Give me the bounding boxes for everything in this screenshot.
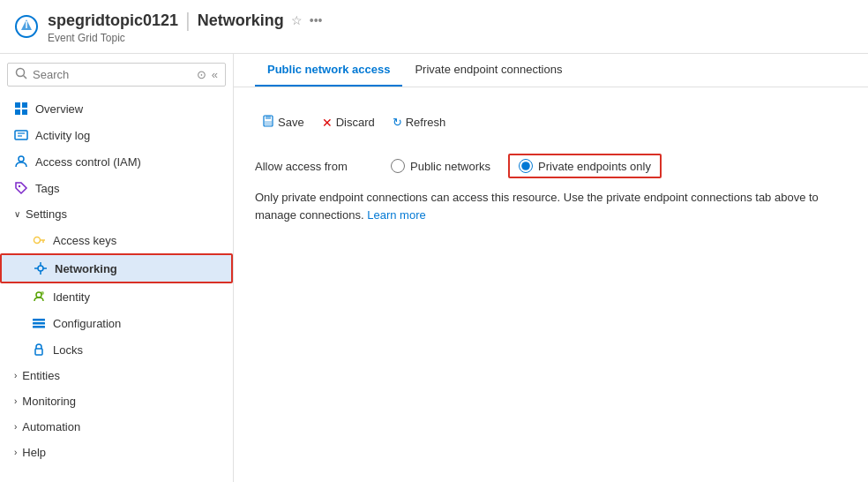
tab-public-network-access[interactable]: Public network access — [255, 54, 402, 87]
svg-point-23 — [41, 291, 44, 295]
entities-chevron-icon: › — [14, 371, 17, 380]
monitoring-chevron-icon: › — [14, 396, 17, 406]
favorite-icon[interactable]: ☆ — [291, 13, 303, 27]
sidebar-item-tags[interactable]: Tags — [0, 175, 233, 201]
sidebar-group-automation-label: Automation — [22, 420, 80, 433]
sidebar-item-activity-log[interactable]: Activity log — [0, 122, 233, 148]
sidebar-item-access-control[interactable]: Access control (IAM) — [0, 148, 233, 175]
access-control-icon — [14, 154, 28, 169]
allow-access-label: Allow access from — [255, 160, 370, 173]
content-inner: Save ✕ Discard ↻ Refresh Allow access fr… — [234, 87, 868, 237]
refresh-button[interactable]: ↻ Refresh — [385, 111, 453, 133]
networking-icon — [34, 261, 48, 275]
svg-point-14 — [34, 237, 41, 244]
access-keys-icon — [32, 233, 46, 247]
more-icon[interactable]: ••• — [310, 13, 323, 27]
radio-public-networks[interactable]: Public networks — [391, 159, 490, 173]
settings-section-label: Settings — [26, 207, 67, 221]
allow-access-row: Allow access from Public networks Privat… — [255, 154, 847, 178]
sidebar-item-activity-log-label: Activity log — [35, 129, 90, 142]
search-input[interactable] — [33, 68, 191, 81]
sidebar-item-networking[interactable]: Networking — [0, 253, 233, 283]
page-title: Networking — [198, 11, 284, 30]
discard-button[interactable]: ✕ Discard — [315, 111, 382, 134]
svg-rect-6 — [22, 102, 27, 108]
sidebar-item-access-keys[interactable]: Access keys — [0, 227, 233, 253]
sidebar-group-monitoring[interactable]: › Monitoring — [0, 388, 233, 414]
radio-private-endpoints-only-label: Private endpoints only — [538, 160, 651, 173]
search-collapse-icon[interactable]: « — [212, 68, 218, 81]
automation-chevron-icon: › — [14, 422, 17, 432]
sidebar-item-access-keys-label: Access keys — [53, 234, 116, 247]
top-header: spegridtopic0121 | Networking ☆ ••• Even… — [0, 0, 868, 54]
sidebar-item-access-control-label: Access control (IAM) — [35, 155, 141, 169]
sidebar-item-overview-label: Overview — [35, 102, 83, 116]
svg-rect-5 — [15, 102, 20, 108]
svg-rect-8 — [22, 109, 27, 115]
svg-line-4 — [24, 76, 27, 79]
locks-icon — [32, 343, 46, 357]
configuration-icon — [32, 316, 46, 330]
radio-private-endpoints-only[interactable]: Private endpoints only — [519, 159, 651, 173]
sidebar-group-help[interactable]: › Help — [0, 440, 233, 465]
sidebar-item-networking-label: Networking — [55, 262, 117, 275]
tab-private-endpoint-connections[interactable]: Private endpoint connections — [402, 54, 574, 87]
info-text: Only private endpoint connections can ac… — [255, 189, 847, 223]
radio-private-endpoints-only-input[interactable] — [519, 159, 533, 173]
resource-subtitle: Event Grid Topic — [48, 32, 323, 44]
learn-more-link[interactable]: Learn more — [367, 208, 425, 222]
tabs-bar: Public network access Private endpoint c… — [234, 54, 868, 87]
svg-rect-26 — [33, 326, 45, 328]
search-box: ⊙ « — [7, 63, 226, 87]
toolbar: Save ✕ Discard ↻ Refresh — [255, 102, 847, 143]
svg-rect-24 — [33, 319, 45, 321]
sidebar-group-automation[interactable]: › Automation — [0, 414, 233, 440]
radio-public-networks-input[interactable] — [391, 159, 405, 173]
settings-chevron-icon: ∨ — [14, 209, 20, 219]
svg-rect-30 — [265, 121, 272, 125]
svg-rect-27 — [35, 349, 42, 355]
svg-point-13 — [19, 185, 20, 187]
search-icon — [15, 67, 27, 82]
svg-point-3 — [17, 69, 25, 77]
main-layout: ⊙ « Overview Activity log Access control… — [0, 54, 868, 482]
sidebar-item-configuration[interactable]: Configuration — [0, 310, 233, 336]
svg-rect-9 — [15, 131, 27, 139]
sidebar-item-locks[interactable]: Locks — [0, 336, 233, 363]
svg-rect-25 — [33, 322, 45, 325]
search-filter-icon[interactable]: ⊙ — [197, 68, 206, 81]
sidebar-item-identity-label: Identity — [53, 290, 90, 304]
sidebar-item-tags-label: Tags — [35, 182, 59, 195]
sidebar-item-locks-label: Locks — [53, 343, 83, 357]
content-area: Public network access Private endpoint c… — [234, 54, 868, 482]
radio-public-networks-label: Public networks — [410, 160, 490, 173]
sidebar-group-entities-label: Entities — [22, 369, 60, 382]
sidebar-group-help-label: Help — [22, 446, 46, 459]
radio-private-endpoints-container: Private endpoints only — [508, 154, 662, 178]
sidebar-item-identity[interactable]: Identity — [0, 283, 233, 310]
radio-group: Public networks Private endpoints only — [391, 154, 662, 178]
overview-icon — [14, 102, 28, 116]
sidebar-group-entities[interactable]: › Entities — [0, 363, 233, 388]
sidebar-item-overview[interactable]: Overview — [0, 95, 233, 122]
help-chevron-icon: › — [14, 448, 17, 457]
discard-icon: ✕ — [322, 116, 333, 130]
title-group: spegridtopic0121 | Networking ☆ ••• Even… — [48, 9, 323, 44]
save-icon — [262, 115, 274, 130]
sidebar-group-monitoring-label: Monitoring — [22, 395, 76, 408]
sidebar-item-configuration-label: Configuration — [53, 317, 121, 330]
svg-rect-29 — [266, 116, 271, 119]
settings-section-header[interactable]: ∨ Settings — [0, 201, 233, 227]
svg-rect-7 — [15, 109, 20, 115]
activity-log-icon — [14, 128, 28, 142]
refresh-icon: ↻ — [393, 116, 402, 129]
sidebar: ⊙ « Overview Activity log Access control… — [0, 54, 234, 482]
svg-point-12 — [19, 156, 24, 162]
identity-icon — [32, 290, 46, 304]
tags-icon — [14, 181, 28, 195]
resource-name: spegridtopic0121 — [48, 11, 178, 30]
save-button[interactable]: Save — [255, 110, 311, 134]
svg-point-17 — [38, 266, 43, 271]
resource-icon — [14, 14, 39, 39]
